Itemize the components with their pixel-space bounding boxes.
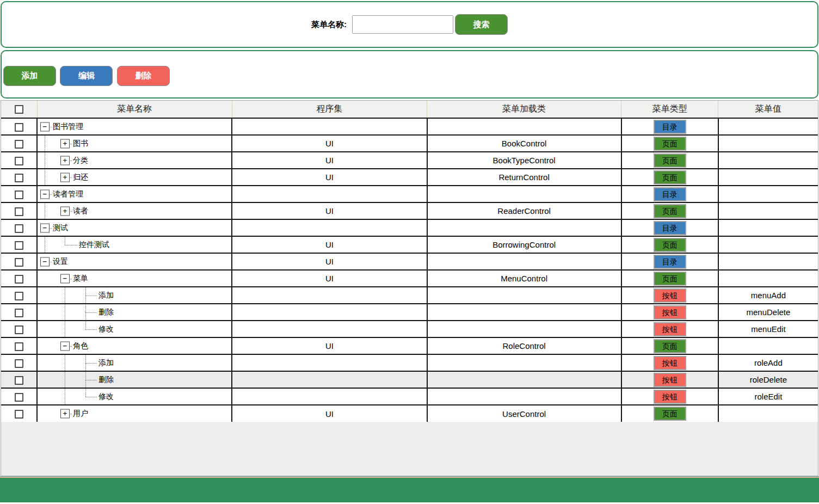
table-row[interactable]: 修改按钮menuEdit: [1, 321, 818, 337]
expand-icon[interactable]: +: [60, 206, 70, 216]
collapse-icon[interactable]: −: [40, 122, 50, 131]
menu-name-cell: −菜单: [37, 270, 232, 287]
menu-name-label[interactable]: 图书管理: [53, 122, 83, 132]
checkbox-cell: [1, 371, 37, 388]
menu-type-badge: 页面: [654, 153, 686, 168]
expand-icon[interactable]: +: [60, 409, 70, 419]
collapse-icon[interactable]: −: [40, 189, 50, 199]
search-button[interactable]: 搜索: [455, 14, 508, 35]
row-checkbox[interactable]: [15, 275, 23, 284]
row-checkbox[interactable]: [15, 410, 23, 419]
menu-name-label[interactable]: 添加: [98, 291, 114, 300]
load-class-cell: BookTypeControl: [427, 152, 621, 169]
load-class-cell: [427, 287, 621, 304]
tree-guide-line: [65, 372, 65, 388]
menu-value-cell: menuDelete: [718, 304, 818, 321]
table-row[interactable]: 控件测试UIBorrowingControl页面: [1, 236, 818, 253]
menu-type-badge: 页面: [654, 238, 686, 252]
tree-guide-line: [45, 169, 45, 185]
menu-name-label[interactable]: 分类: [73, 156, 88, 165]
row-checkbox[interactable]: [15, 241, 23, 250]
table-row[interactable]: −菜单UIMenuControl页面: [1, 270, 818, 287]
expand-icon[interactable]: +: [60, 139, 70, 148]
menu-name-label[interactable]: 用户: [73, 409, 88, 419]
assembly-cell: [232, 371, 427, 388]
table-row[interactable]: +分类UIBookTypeControl页面: [1, 152, 818, 169]
row-checkbox[interactable]: [15, 207, 23, 216]
menu-name-label[interactable]: 图书: [73, 139, 88, 149]
table-row[interactable]: −图书管理目录: [1, 118, 818, 135]
collapse-icon[interactable]: −: [60, 274, 70, 283]
menu-name-input[interactable]: [352, 15, 453, 34]
menu-name-label[interactable]: 设置: [53, 257, 68, 267]
menu-name-label[interactable]: 删除: [98, 308, 114, 317]
table-row[interactable]: 添加按钮roleAdd: [1, 354, 818, 371]
table-row[interactable]: −角色UIRoleControl页面: [1, 337, 818, 354]
load-class-cell: BookControl: [427, 135, 621, 152]
collapse-icon[interactable]: −: [60, 341, 70, 351]
row-checkbox[interactable]: [15, 258, 23, 267]
menu-name-label[interactable]: 角色: [73, 341, 88, 351]
table-row[interactable]: −设置UI目录: [1, 253, 818, 270]
table-row[interactable]: −读者管理目录: [1, 186, 818, 202]
row-checkbox[interactable]: [15, 325, 23, 334]
menu-type-badge: 目录: [654, 120, 686, 134]
menu-name-label[interactable]: 修改: [98, 392, 114, 402]
table-row[interactable]: +读者UIReaderControl页面: [1, 202, 818, 219]
table-row[interactable]: +图书UIBookControl页面: [1, 135, 818, 152]
assembly-cell: UI: [232, 202, 427, 219]
row-checkbox[interactable]: [15, 123, 23, 132]
checkbox-cell: [1, 304, 37, 321]
row-checkbox[interactable]: [15, 174, 23, 182]
column-header[interactable]: 菜单加载类: [427, 101, 621, 118]
assembly-cell: UI: [232, 169, 427, 186]
row-checkbox[interactable]: [15, 376, 23, 385]
row-checkbox[interactable]: [15, 292, 23, 300]
collapse-icon[interactable]: −: [40, 257, 50, 266]
select-all-checkbox[interactable]: [15, 105, 23, 114]
expand-icon[interactable]: +: [60, 156, 70, 165]
row-checkbox[interactable]: [15, 140, 23, 149]
expand-icon[interactable]: +: [60, 173, 70, 182]
menu-name-label[interactable]: 添加: [98, 358, 114, 368]
menu-name-label[interactable]: 读者: [73, 206, 88, 216]
table-row[interactable]: 删除按钮roleDelete: [1, 371, 818, 388]
row-checkbox[interactable]: [15, 309, 23, 317]
row-checkbox[interactable]: [15, 393, 23, 402]
table-row[interactable]: 修改按钮roleEdit: [1, 388, 818, 405]
table-row[interactable]: 添加按钮menuAdd: [1, 287, 818, 304]
delete-button[interactable]: 删除: [117, 66, 170, 86]
menu-name-label[interactable]: 菜单: [73, 274, 88, 284]
select-all-header-cell: [1, 101, 37, 118]
column-header[interactable]: 菜单名称: [37, 101, 232, 118]
add-button[interactable]: 添加: [3, 66, 56, 86]
row-checkbox[interactable]: [15, 224, 23, 233]
table-row[interactable]: −测试目录: [1, 219, 818, 236]
menu-name-label[interactable]: 读者管理: [53, 189, 83, 199]
checkbox-cell: [1, 186, 37, 202]
menu-name-cell: −设置: [37, 253, 232, 270]
menu-name-label[interactable]: 删除: [98, 375, 114, 385]
tree-connector-line: [85, 363, 97, 364]
edit-button[interactable]: 编辑: [60, 66, 113, 86]
row-checkbox[interactable]: [15, 157, 23, 165]
tree-connector-line: [85, 380, 97, 380]
menu-name-label[interactable]: 修改: [98, 324, 114, 334]
table-row[interactable]: +归还UIReturnControl页面: [1, 169, 818, 186]
row-checkbox[interactable]: [15, 190, 23, 199]
column-header[interactable]: 菜单值: [718, 101, 818, 118]
column-header[interactable]: 程序集: [232, 101, 427, 118]
menu-name-label[interactable]: 控件测试: [79, 240, 109, 250]
menu-type-badge: 按钮: [654, 390, 686, 404]
menu-name-label[interactable]: 归还: [73, 173, 88, 182]
row-checkbox[interactable]: [15, 342, 23, 351]
column-header[interactable]: 菜单类型: [621, 101, 718, 118]
menu-type-cell: 页面: [621, 169, 718, 186]
menu-name-cell: −角色: [37, 337, 232, 354]
row-checkbox[interactable]: [15, 359, 23, 368]
table-row[interactable]: 删除按钮menuDelete: [1, 304, 818, 321]
menu-name-label[interactable]: 测试: [53, 223, 68, 233]
collapse-icon[interactable]: −: [40, 223, 50, 232]
table-row[interactable]: +用户UIUserControl页面: [1, 405, 818, 422]
menu-type-cell: 按钮: [621, 321, 718, 337]
